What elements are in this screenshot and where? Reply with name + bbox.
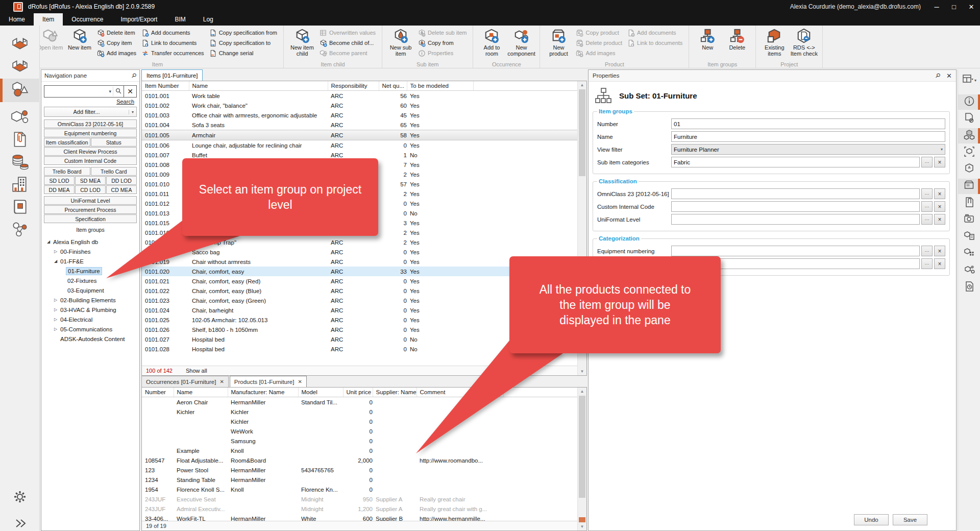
filter-sd-mea[interactable]: SD MEA [75, 176, 106, 185]
filter-cd-mea[interactable]: CD MEA [106, 185, 137, 194]
right-tool-documents[interactable] [958, 196, 980, 211]
tree-item-alexia-english-db[interactable]: ◢Alexia English db [41, 237, 139, 247]
clear-search-icon[interactable]: ✕ [124, 86, 136, 97]
filter-trello-card[interactable]: Trello Card [91, 167, 137, 176]
sidebar-item-finishes[interactable] [0, 151, 40, 175]
tree-item-02-building-elements[interactable]: ▷02-Building Elements [41, 295, 139, 305]
tree-collapsed-icon[interactable]: ▷ [53, 317, 59, 322]
column-header-name[interactable]: Name [189, 81, 328, 91]
filter-specification[interactable]: Specification [44, 214, 137, 223]
maximize-icon[interactable]: □ [945, 0, 963, 13]
new-component-button[interactable]: New component [506, 27, 536, 58]
close-properties-icon[interactable]: ✕ [946, 72, 952, 80]
tree-item-02-fixtures[interactable]: 02-Fixtures [41, 276, 139, 285]
add-to-room-button[interactable]: Add to room [477, 27, 506, 58]
column-header-unit-price[interactable]: Unit price [343, 388, 373, 397]
column-header-responsibility[interactable]: Responsibility [328, 81, 379, 91]
copy-specification-from-button[interactable]: Copy specification from [208, 28, 279, 38]
product-row-3[interactable]: WeWork0 [142, 426, 578, 436]
filter-custom-internal-code[interactable]: Custom Internal Code [44, 156, 137, 165]
tree-item-01-ff-e[interactable]: ◢01-FF&E [41, 256, 139, 266]
item-row-0101.001[interactable]: 0101.001Work tableARC56Yes [142, 91, 578, 101]
right-tool-products[interactable] [958, 128, 980, 143]
chevron-down-icon[interactable]: ▾ [107, 89, 113, 94]
filter-uniformat-level[interactable]: UniFormat Level [44, 196, 137, 205]
add-images-button[interactable]: Add images [95, 48, 138, 58]
menu-bim[interactable]: BIM [166, 13, 194, 26]
tab-products-01-furniture[interactable]: Products [01-Furniture]✕ [230, 376, 307, 387]
field-input[interactable]: Fabric [671, 157, 920, 167]
lookup-ellipsis-button[interactable]: ··· [921, 188, 933, 199]
become-child-of-button[interactable]: Become child of... [318, 38, 377, 48]
filter-procurement-process[interactable]: Procurement Process [44, 205, 137, 214]
link-to-documents-button[interactable]: Link to documents [140, 38, 206, 48]
field-input[interactable] [671, 188, 920, 199]
column-header-name[interactable]: Name [174, 388, 228, 397]
tree-collapsed-icon[interactable]: ▷ [53, 298, 59, 302]
copy-item-button[interactable]: Copy item [95, 38, 138, 48]
right-tool-log[interactable] [958, 280, 980, 295]
sidebar-item-rooms[interactable] [0, 33, 40, 56]
lookup-ellipsis-button[interactable]: ··· [921, 201, 933, 212]
right-tool-pane-layout[interactable]: ▾ [958, 73, 980, 88]
scrollbar-thumb[interactable] [579, 396, 585, 498]
column-header-supplier-name[interactable]: Supplier: Name [373, 388, 416, 397]
tab-items-01-furniture[interactable]: Items [01-Furniture] [141, 69, 203, 81]
product-row-1954[interactable]: 1954Florence Knoll S...KnollFlorence Kn.… [142, 485, 578, 494]
product-row-243JUF[interactable]: 243JUFAdmiral Executiv...Midnight1,200Su… [142, 504, 578, 514]
column-header-model[interactable]: Model [298, 388, 343, 397]
sidebar-item-settings[interactable] [0, 485, 40, 509]
clear-field-button[interactable]: × [934, 246, 945, 256]
show-all-link[interactable]: Show all [186, 368, 207, 374]
undo-button[interactable]: Undo [854, 514, 889, 525]
field-select[interactable]: Furniture Planner▾ [671, 144, 945, 155]
rds-item-check-button[interactable]: RDS <-> Item check [789, 27, 819, 58]
copy-from-button[interactable]: Copy from [416, 38, 468, 48]
tree-expanded-icon[interactable]: ◢ [45, 239, 52, 244]
filter-item-groups[interactable]: Item groups [44, 225, 137, 234]
product-row-2[interactable]: Kichler0 [142, 417, 578, 426]
right-tool-datasheet[interactable] [958, 229, 980, 245]
search-icon[interactable] [113, 87, 124, 96]
right-tool-product[interactable] [958, 179, 980, 194]
tree-collapsed-icon[interactable]: ▷ [53, 249, 59, 254]
filter-dd-mea[interactable]: DD MEA [44, 185, 75, 194]
right-tool-images[interactable] [958, 212, 980, 228]
save-button[interactable]: Save [893, 514, 927, 525]
products-scrollbar[interactable]: ▲ ▼ [577, 388, 586, 530]
copy-specification-to-button[interactable]: Copy specification to [208, 38, 279, 48]
item-row-0101.005[interactable]: 0101.005ArmchairARC58Yes [142, 130, 578, 140]
item-row-0101.018[interactable]: 0101.018Sacco bagARC0Yes [142, 247, 578, 257]
product-row-123[interactable]: 123Power StoolHermanMiller54347657650 [142, 465, 578, 475]
sidebar-item-buildings[interactable] [0, 174, 40, 197]
delete-item-button[interactable]: Delete item [95, 28, 138, 38]
tree-item-01-furniture[interactable]: 01-Furniture [41, 266, 139, 276]
transfer-occurrences-button[interactable]: Transfer occurrences [140, 48, 206, 58]
sidebar-item-functions[interactable] [0, 55, 40, 79]
product-row-5[interactable]: ExampleKnoll0 [142, 446, 578, 455]
tree-item-05-communications[interactable]: ▷05-Communications [41, 324, 139, 334]
item-row-0101.017[interactable]: 0101.017Chair, "Trip Trap"ARC2Yes [142, 237, 578, 247]
menu-item[interactable]: Item [34, 13, 63, 26]
field-input[interactable]: Furniture [671, 131, 945, 142]
menu-log[interactable]: Log [194, 13, 222, 26]
add-filter-dropdown-icon[interactable]: ▾ [129, 110, 136, 114]
clear-field-button[interactable]: × [934, 188, 945, 199]
sidebar-item-products[interactable] [0, 106, 40, 130]
product-row-1234[interactable]: 1234Standing TableHermanMiller0 [142, 475, 578, 485]
lookup-ellipsis-button[interactable]: ··· [921, 258, 933, 269]
right-tool-relations[interactable] [958, 263, 980, 278]
tree-item-03-hvac-plumbing[interactable]: ▷03-HVAC & Plumbing [41, 305, 139, 315]
item-row-0101.002[interactable]: 0101.002Work chair, "balance"ARC60Yes [142, 101, 578, 110]
clear-field-button[interactable]: × [934, 214, 945, 225]
tree-item-04-electrical[interactable]: ▷04-Electrical [41, 315, 139, 324]
tree-item-00-finishes[interactable]: ▷00-Finishes [41, 247, 139, 256]
new-product-button[interactable]: New product [544, 27, 573, 58]
product-row-243JUF[interactable]: 243JUFExecutive SeatMidnight950Supplier … [142, 494, 578, 504]
tab-occurrences-01-furniture[interactable]: Occurrences [01-Furniture]✕ [141, 376, 229, 387]
search-link[interactable]: Search [41, 99, 134, 105]
column-header-comment[interactable]: Comment [416, 388, 503, 397]
menu-home[interactable]: Home [0, 13, 34, 26]
menu-occurrence[interactable]: Occurrence [63, 13, 112, 26]
add-filter-button[interactable]: Add filter... ▾ [44, 107, 137, 117]
